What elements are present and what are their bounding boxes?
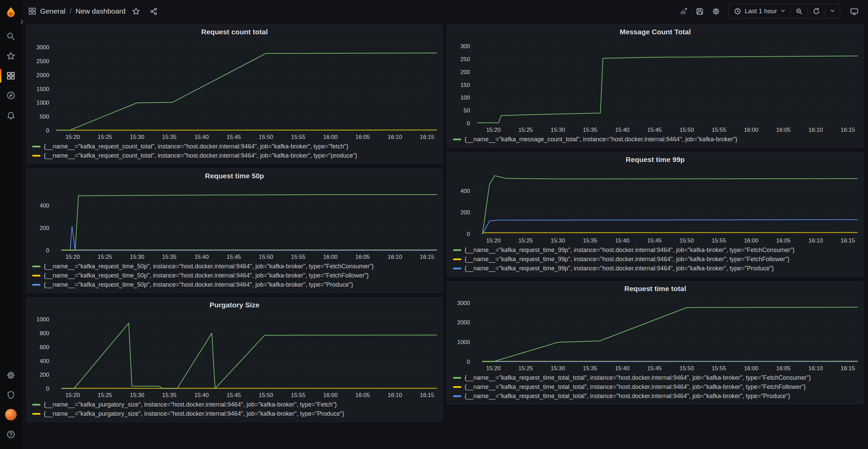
legend-item[interactable]: {__name__="kafka_request_time_99p", inst…: [453, 255, 857, 263]
legend-swatch: [453, 249, 461, 251]
save-dashboard-button[interactable]: [693, 4, 707, 18]
x-axis-tick-label: 15:35: [162, 254, 177, 260]
dashboard-settings-button[interactable]: [709, 4, 723, 18]
panel-legend: {__name__="kafka_purgatory_size", instan…: [27, 400, 442, 421]
legend-label: {__name__="kafka_purgatory_size", instan…: [44, 410, 344, 417]
legend-swatch: [32, 404, 40, 406]
legend-item[interactable]: {__name__="kafka_request_time_50p", inst…: [32, 263, 437, 270]
time-series-chart: 15:2015:2515:3015:3515:4015:4515:5015:55…: [27, 39, 442, 142]
time-series-chart: 15:2015:2515:3015:3515:4015:4515:5015:55…: [448, 167, 863, 246]
legend-item[interactable]: {__name__="kafka_request_time_99p", inst…: [453, 246, 857, 254]
sidebar-item-configuration[interactable]: [0, 365, 22, 385]
legend-label: {__name__="kafka_request_count_total", i…: [44, 143, 348, 150]
sidebar-item-server-admin[interactable]: [0, 385, 22, 405]
legend-item[interactable]: {__name__="kafka_purgatory_size", instan…: [32, 410, 437, 417]
chevron-down-icon: [830, 7, 835, 15]
panel-title[interactable]: Request time 99p: [448, 152, 863, 167]
legend-item[interactable]: {__name__="kafka_message_count_total", i…: [453, 136, 857, 143]
legend-item[interactable]: {__name__="kafka_request_count_total", i…: [32, 143, 437, 150]
zoom-out-button[interactable]: [790, 4, 808, 18]
panel-legend: {__name__="kafka_message_count_total", i…: [448, 135, 863, 147]
x-axis-tick-label: 15:25: [519, 365, 533, 372]
legend-item[interactable]: {__name__="kafka_request_time_total_tota…: [453, 374, 857, 381]
legend-label: {__name__="kafka_request_time_total_tota…: [465, 374, 811, 381]
x-axis-tick-label: 15:45: [647, 127, 662, 133]
search-icon: [6, 32, 16, 41]
time-controls-group: Last 1 hour: [729, 4, 840, 19]
panel-request-time-50p: Request time 50p 15:2015:2515:3015:3515:…: [26, 168, 442, 293]
time-series-chart: 15:2015:2515:3015:3515:4015:4515:5015:55…: [448, 39, 863, 135]
panel-legend: {__name__="kafka_request_time_50p", inst…: [27, 262, 442, 292]
x-axis-tick-label: 15:20: [486, 237, 501, 244]
x-axis-tick-label: 15:20: [486, 365, 501, 372]
panel-title[interactable]: Message Count Total: [448, 25, 863, 39]
legend-swatch: [453, 268, 461, 269]
sidebar-item-explore[interactable]: [0, 86, 22, 105]
x-axis-tick-label: 16:15: [840, 127, 855, 133]
refresh-button[interactable]: [808, 4, 825, 18]
y-axis-tick-label: 0: [46, 127, 49, 134]
sidebar-item-starred[interactable]: [0, 46, 22, 66]
legend-swatch: [32, 155, 40, 157]
save-icon: [695, 7, 704, 16]
y-axis-tick-label: 0: [46, 247, 49, 254]
legend-item[interactable]: {__name__="kafka_request_time_total_tota…: [453, 383, 857, 391]
chevron-right-icon: [19, 19, 25, 25]
refresh-interval-dropdown[interactable]: [825, 4, 840, 18]
x-axis-tick-label: 15:20: [66, 392, 80, 398]
panel-title[interactable]: Purgatory Size: [27, 298, 442, 312]
compass-icon: [6, 91, 16, 100]
x-axis-tick-label: 16:05: [776, 237, 791, 244]
legend-item[interactable]: {__name__="kafka_request_time_total_tota…: [453, 392, 857, 400]
sidebar-item-dashboards[interactable]: [0, 66, 22, 86]
breadcrumb-section[interactable]: General: [40, 7, 66, 15]
x-axis-tick-label: 16:00: [323, 134, 338, 140]
x-axis-tick-label: 15:50: [680, 237, 694, 244]
sidebar-item-help[interactable]: [0, 425, 22, 444]
panel-title[interactable]: Request time total: [448, 282, 863, 296]
x-axis-tick-label: 15:40: [194, 392, 209, 398]
x-axis-tick-label: 16:10: [808, 365, 823, 372]
dashboard-column-left: Request count total 15:2015:2515:3015:35…: [26, 24, 442, 422]
legend-item[interactable]: {__name__="kafka_purgatory_size", instan…: [32, 401, 437, 408]
panel-title[interactable]: Request time 50p: [27, 169, 442, 183]
zoom-out-icon: [795, 7, 803, 15]
panel-title[interactable]: Request count total: [27, 25, 442, 39]
legend-item[interactable]: {__name__="kafka_request_time_50p", inst…: [32, 272, 437, 279]
y-axis-tick-label: 2000: [457, 319, 470, 326]
sidebar-item-search[interactable]: [0, 26, 22, 46]
monitor-icon: [850, 7, 858, 16]
sidebar-item-alerting[interactable]: [0, 105, 22, 125]
kiosk-mode-button[interactable]: [847, 4, 861, 18]
legend-swatch: [32, 275, 40, 276]
x-axis-tick-label: 16:05: [356, 392, 370, 398]
legend-label: {__name__="kafka_request_time_50p", inst…: [44, 272, 369, 279]
x-axis-tick-label: 15:55: [291, 392, 306, 398]
x-axis-tick-label: 15:40: [615, 365, 630, 372]
favorite-dashboard-button[interactable]: [129, 4, 143, 18]
sidebar-expand-button[interactable]: [18, 18, 26, 26]
add-panel-button[interactable]: [676, 4, 691, 18]
sidebar-item-profile[interactable]: [0, 405, 22, 425]
legend-label: {__name__="kafka_request_time_50p", inst…: [44, 281, 353, 288]
legend-item[interactable]: {__name__="kafka_request_time_99p", inst…: [453, 265, 857, 272]
x-axis-tick-label: 15:30: [550, 127, 565, 133]
x-axis-tick-label: 15:45: [647, 365, 662, 372]
x-axis-tick-label: 15:50: [259, 134, 273, 140]
chevron-down-icon: [780, 7, 785, 15]
y-axis-tick-label: 400: [40, 202, 49, 209]
time-range-picker[interactable]: Last 1 hour: [729, 4, 790, 18]
legend-swatch: [453, 386, 461, 388]
legend-item[interactable]: {__name__="kafka_request_count_total", i…: [32, 152, 437, 159]
x-axis-tick-label: 16:15: [840, 237, 855, 244]
x-axis-tick-label: 15:45: [647, 237, 662, 244]
legend-item[interactable]: {__name__="kafka_request_time_50p", inst…: [32, 281, 437, 288]
x-axis-tick-label: 15:35: [583, 127, 597, 133]
series-line-fetch: [57, 53, 437, 130]
x-axis-tick-label: 15:25: [98, 134, 112, 140]
clock-icon: [734, 7, 741, 15]
x-axis-tick-label: 15:35: [583, 237, 597, 244]
breadcrumb-page[interactable]: New dashboard: [76, 7, 126, 15]
share-dashboard-button[interactable]: [147, 4, 161, 18]
shield-icon: [6, 390, 16, 400]
